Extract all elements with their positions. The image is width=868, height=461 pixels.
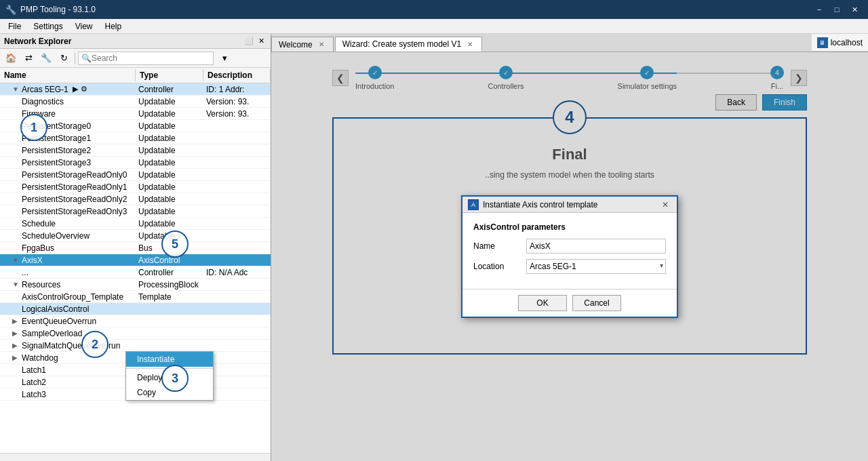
panel-header: Network Explorer ⬜ ✕ xyxy=(0,34,271,49)
row-type-psro1: Updatable xyxy=(136,182,203,193)
modal-title-bar: A Instantiate Axis control template ✕ xyxy=(462,197,677,213)
right-toolbar: 🖥 localhost xyxy=(812,34,868,52)
row-name-ps2: PersistentStorage2 xyxy=(22,146,91,155)
ok-button[interactable]: OK xyxy=(518,295,567,311)
tree-row-axisx[interactable]: ▼ AxisX AxisControl xyxy=(0,254,271,266)
tree-row-logical-axis[interactable]: LogicalAxisControl xyxy=(0,303,271,315)
modal-close-button[interactable]: ✕ xyxy=(659,199,671,211)
tree-row-ps3[interactable]: PersistentStorage3 Updatable xyxy=(0,157,271,169)
search-box: 🔍 xyxy=(78,52,214,65)
toolbar-btn-4[interactable]: ↻ xyxy=(56,51,72,66)
name-form-row: Name xyxy=(473,239,666,254)
expand-arrow-signal: ▶ xyxy=(12,342,19,349)
panel-restore-button[interactable]: ⬜ xyxy=(243,36,254,47)
maximize-button[interactable]: □ xyxy=(829,3,845,16)
run-icon[interactable]: ▶ xyxy=(73,85,78,94)
row-name-ps1: PersistentStorage1 xyxy=(22,134,91,143)
row-name-axisx-child: ... xyxy=(22,268,28,277)
tree-row-schedoverview[interactable]: ScheduleOverview Updatable xyxy=(0,230,271,242)
location-select-wrapper: Arcas 5EG-1 ▾ xyxy=(526,259,666,274)
ctx-separator xyxy=(126,368,213,369)
tree-row-psro1[interactable]: PersistentStorageReadOnly1 Updatable xyxy=(0,181,271,193)
row-name-signalmatch: SignalMatchQueueOverrun xyxy=(22,341,120,350)
tree-row-diagnostics[interactable]: Diagnostics Updatable Version: 93. xyxy=(0,96,271,108)
menu-settings[interactable]: Settings xyxy=(28,20,68,33)
panel-close-button[interactable]: ✕ xyxy=(256,36,267,47)
menu-file[interactable]: File xyxy=(3,20,26,33)
window-controls: − □ ✕ xyxy=(811,3,863,16)
modal-footer: OK Cancel xyxy=(462,289,677,317)
tree-row-ps2[interactable]: PersistentStorage2 Updatable xyxy=(0,144,271,157)
tab-wizard[interactable]: Wizard: Create system model V1 ✕ xyxy=(335,37,482,52)
row-type-fpgabus: Bus xyxy=(136,243,203,254)
row-type-axisx: AxisControl xyxy=(136,255,203,266)
panel-controls: ⬜ ✕ xyxy=(243,36,267,47)
row-name-psro2: PersistentStorageReadOnly2 xyxy=(22,195,127,204)
row-type-psro3: Updatable xyxy=(136,206,203,217)
expand-arrow-resources: ▼ xyxy=(12,281,19,288)
menu-help[interactable]: Help xyxy=(100,20,127,33)
ctx-deploy[interactable]: Deploy xyxy=(126,370,213,385)
row-name-sampleoverload: SampleOverload xyxy=(22,329,82,338)
tree-row-arcas[interactable]: ▼ Arcas 5EG-1 ▶ ⚙ Controller ID: 1 Addr: xyxy=(0,83,271,96)
search-input[interactable] xyxy=(92,54,210,63)
tree-row-ps0[interactable]: PersistentStorage0 Updatable xyxy=(0,120,271,132)
tree-row-signalmatch[interactable]: ▶ SignalMatchQueueOverrun xyxy=(0,340,271,352)
row-name-arcas: Arcas 5EG-1 xyxy=(22,85,68,94)
wizard-area: ❮ ✓ Introduction ✓ Controllers xyxy=(271,52,868,461)
modal-body: AxisControl parameters Name Location Arc… xyxy=(462,213,677,289)
tree-row-sampleoverload[interactable]: ▶ SampleOverload xyxy=(0,327,271,340)
horizontal-scrollbar[interactable] xyxy=(0,453,271,461)
row-name-psro0: PersistentStorageReadOnly0 xyxy=(22,170,127,180)
col-type: Type xyxy=(136,69,203,81)
connection-icon: 🖥 xyxy=(817,37,828,48)
settings-icon[interactable]: ⚙ xyxy=(81,85,87,94)
row-name-psro3: PersistentStorageReadOnly3 xyxy=(22,207,127,216)
row-type-ps3: Updatable xyxy=(136,157,203,168)
row-type-logical-axis xyxy=(136,308,203,310)
tree-row-axisx-child[interactable]: ... Controller ID: N/A Adc xyxy=(0,266,271,279)
row-type-ps0: Updatable xyxy=(136,121,203,132)
modal-icon: A xyxy=(468,199,479,210)
tab-welcome-close[interactable]: ✕ xyxy=(317,40,326,49)
toolbar-btn-2[interactable]: ⇄ xyxy=(20,51,37,66)
row-name-ps0: PersistentStorage0 xyxy=(22,121,91,131)
menu-view[interactable]: View xyxy=(70,20,98,33)
tree-row-eventqueue[interactable]: ▶ EventQueueOverrun xyxy=(0,315,271,327)
row-name-firmware: Firmware xyxy=(22,109,56,119)
ctx-instantiate[interactable]: Instantiate xyxy=(126,352,213,367)
modal-title-text: Instantiate Axis control template xyxy=(483,200,597,209)
toolbar-btn-3[interactable]: 🔧 xyxy=(38,51,54,66)
location-select[interactable]: Arcas 5EG-1 xyxy=(526,259,666,274)
tree-row-schedule[interactable]: Schedule Updatable xyxy=(0,218,271,230)
row-type-resources: ProcessingBlock xyxy=(136,279,203,290)
row-type-psro0: Updatable xyxy=(136,169,203,180)
tab-welcome[interactable]: Welcome ✕ xyxy=(271,37,334,52)
row-type-arcas: Controller xyxy=(136,84,203,95)
tree-row-fpgabus[interactable]: FpgaBus Bus xyxy=(0,242,271,254)
tree-row-psro2[interactable]: PersistentStorageReadOnly2 Updatable xyxy=(0,193,271,205)
close-button[interactable]: ✕ xyxy=(846,3,863,16)
expand-arrow-watchdog: ▶ xyxy=(12,354,19,361)
row-name-latch2: Latch2 xyxy=(22,378,46,387)
search-filter-button[interactable]: ▾ xyxy=(216,51,233,66)
minimize-button[interactable]: − xyxy=(811,3,827,16)
toolbar-btn-1[interactable]: 🏠 xyxy=(3,51,19,66)
cancel-button[interactable]: Cancel xyxy=(572,295,621,311)
tree-row-ps1[interactable]: PersistentStorage1 Updatable xyxy=(0,132,271,144)
tree-row-psro3[interactable]: PersistentStorageReadOnly3 Updatable xyxy=(0,205,271,218)
tree-row-acg-template[interactable]: AxisControlGroup_Template Template xyxy=(0,291,271,303)
row-name-diagnostics: Diagnostics xyxy=(22,97,64,106)
connection-indicator: 🖥 localhost xyxy=(817,37,863,48)
row-type-ps2: Updatable xyxy=(136,145,203,156)
tree-row-psro0[interactable]: PersistentStorageReadOnly0 Updatable xyxy=(0,169,271,181)
tree-row-resources[interactable]: ▼ Resources ProcessingBlock xyxy=(0,279,271,291)
row-name-schedoverview: ScheduleOverview xyxy=(22,231,90,241)
row-name-latch3: Latch3 xyxy=(22,390,46,399)
app-title: PMP Tooling - 93.1.0 xyxy=(20,5,96,14)
name-input[interactable] xyxy=(526,239,666,254)
ctx-copy[interactable]: Copy xyxy=(126,385,213,400)
tab-wizard-close[interactable]: ✕ xyxy=(465,39,475,49)
expand-arrow-arcas: ▼ xyxy=(12,85,19,93)
tree-row-firmware[interactable]: Firmware Updatable Version: 93. xyxy=(0,108,271,120)
